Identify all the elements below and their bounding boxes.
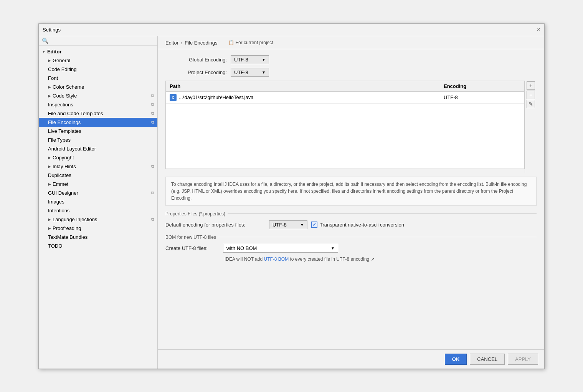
properties-encoding-select[interactable]: UTF-8 ▼: [269, 220, 307, 229]
sidebar-item-live-templates[interactable]: Live Templates: [39, 127, 157, 136]
file-type-icon: C: [170, 94, 177, 101]
copy-icon: ⧉: [151, 120, 154, 125]
cancel-button[interactable]: CANCEL: [470, 354, 505, 365]
sidebar-item-label: File and Code Templates: [48, 111, 103, 116]
breadcrumb-file-encodings: File Encodings: [185, 40, 217, 46]
properties-encoding-row: Default encoding for properties files: U…: [165, 220, 537, 229]
sidebar-item-android-layout-editor[interactable]: Android Layout Editor: [39, 144, 157, 153]
bom-section-header: BOM for new UTF-8 files: [165, 235, 537, 240]
titlebar: Settings ×: [39, 24, 544, 36]
sidebar-search-input[interactable]: [51, 38, 154, 43]
sidebar-item-label: Language Injections: [53, 217, 97, 222]
sidebar: 🔍 ▼ Editor ▶ General Code Editing: [39, 36, 158, 369]
bom-create-label: Create UTF-8 files:: [165, 245, 219, 251]
bom-hint: IDEA will NOT add UTF-8 BOM to every cre…: [225, 256, 537, 262]
sidebar-item-inlay-hints[interactable]: ▶ Inlay Hints ⧉: [39, 162, 157, 171]
sidebar-item-textmate-bundles[interactable]: TextMate Bundles: [39, 233, 157, 241]
sidebar-item-gui-designer[interactable]: GUI Designer ⧉: [39, 189, 157, 197]
sidebar-item-language-injections[interactable]: ▶ Language Injections ⧉: [39, 215, 157, 224]
properties-encoding-label: Default encoding for properties files:: [165, 222, 265, 228]
sidebar-item-file-types[interactable]: File Types: [39, 136, 157, 144]
dropdown-arrow-icon: ▼: [262, 70, 266, 74]
sidebar-item-color-scheme[interactable]: ▶ Color Scheme: [39, 83, 157, 91]
dropdown-arrow-icon: ▼: [300, 223, 304, 227]
table-header: Path Encoding: [166, 81, 524, 92]
dialog-body: 🔍 ▼ Editor ▶ General Code Editing: [39, 36, 544, 369]
sidebar-item-label: Color Scheme: [53, 84, 84, 90]
sidebar-item-copyright[interactable]: ▶ Copyright: [39, 153, 157, 162]
expand-arrow-icon: ▶: [48, 226, 51, 230]
sidebar-item-duplicates[interactable]: Duplicates: [39, 171, 157, 180]
sidebar-item-todo[interactable]: TODO: [39, 241, 157, 250]
sidebar-item-code-editing[interactable]: Code Editing: [39, 65, 157, 74]
project-encoding-select[interactable]: UTF-8 ▼: [231, 68, 269, 77]
ok-button[interactable]: OK: [445, 354, 467, 365]
sidebar-item-label: Code Style: [53, 93, 77, 99]
bom-create-select[interactable]: with NO BOM ▼: [223, 244, 338, 253]
utf8-bom-link[interactable]: UTF-8 BOM: [264, 256, 289, 262]
col-path-header: Path: [170, 83, 444, 89]
sidebar-item-label: TextMate Bundles: [48, 234, 88, 240]
main-header: Editor › File Encodings 📋 For current pr…: [158, 36, 544, 49]
sidebar-item-intentions[interactable]: Intentions: [39, 206, 157, 215]
sidebar-item-inspections[interactable]: Inspections ⧉: [39, 100, 157, 109]
project-encoding-value: UTF-8: [234, 69, 248, 75]
global-encoding-select[interactable]: UTF-8 ▼: [231, 55, 269, 64]
sidebar-item-label: Inspections: [48, 102, 73, 108]
apply-button[interactable]: APPLY: [508, 354, 538, 365]
properties-section: Properties Files (*.properties) Default …: [165, 211, 537, 229]
sidebar-search-wrap[interactable]: 🔍: [39, 36, 157, 46]
dropdown-arrow-icon: ▼: [262, 58, 266, 62]
main-scroll-area: Global Encoding: UTF-8 ▼ Project Encodin…: [158, 49, 544, 349]
sidebar-item-proofreading[interactable]: ▶ Proofreading: [39, 224, 157, 233]
for-current-project: 📋 For current project: [228, 40, 273, 45]
edit-button[interactable]: ✎: [527, 100, 535, 108]
expand-arrow-icon: ▶: [48, 155, 51, 160]
project-icon: 📋: [228, 40, 234, 45]
sidebar-item-label: GUI Designer: [48, 190, 78, 196]
main-content: Editor › File Encodings 📋 For current pr…: [158, 36, 544, 369]
close-button[interactable]: ×: [537, 26, 540, 33]
search-icon: 🔍: [42, 38, 48, 44]
global-encoding-value: UTF-8: [234, 57, 248, 63]
bom-create-row: Create UTF-8 files: with NO BOM ▼: [165, 244, 537, 253]
table-row[interactable]: C ...\day01\src\github\HelloTest.java UT…: [166, 92, 524, 104]
sidebar-item-label: Copyright: [53, 155, 74, 160]
expand-arrow-icon: ▶: [48, 217, 51, 222]
col-encoding-header: Encoding: [444, 83, 520, 89]
sidebar-item-label: Font: [48, 75, 58, 81]
add-button[interactable]: +: [527, 81, 535, 90]
transparent-conversion-row: Transparent native-to-ascii conversion: [311, 222, 404, 228]
sidebar-item-file-and-code-templates[interactable]: File and Code Templates ⧉: [39, 109, 157, 118]
expand-arrow-icon: ▶: [48, 85, 51, 89]
sidebar-item-images[interactable]: Images: [39, 197, 157, 206]
sidebar-item-emmet[interactable]: ▶ Emmet: [39, 180, 157, 189]
project-encoding-label: Project Encoding:: [165, 69, 227, 75]
file-path: ...\day01\src\github\HelloTest.java: [179, 94, 444, 100]
file-encoding: UTF-8: [444, 94, 520, 100]
section-title-properties: Properties Files (*.properties): [165, 211, 225, 217]
bom-section: BOM for new UTF-8 files Create UTF-8 fil…: [165, 235, 537, 262]
global-encoding-row: Global Encoding: UTF-8 ▼: [165, 55, 537, 64]
sidebar-item-file-encodings[interactable]: File Encodings ⧉: [39, 118, 157, 127]
copy-icon: ⧉: [151, 217, 154, 222]
sidebar-tree: ▼ Editor ▶ General Code Editing Font: [39, 46, 157, 369]
copy-icon: ⧉: [151, 102, 154, 107]
sidebar-item-code-style[interactable]: ▶ Code Style ⧉: [39, 91, 157, 100]
breadcrumb: Editor › File Encodings: [165, 40, 218, 46]
expand-arrow-icon: ▶: [48, 58, 51, 63]
transparent-conversion-checkbox[interactable]: [311, 222, 317, 228]
sidebar-item-general[interactable]: ▶ General: [39, 56, 157, 65]
sidebar-item-editor[interactable]: ▼ Editor: [39, 47, 157, 56]
remove-button[interactable]: −: [527, 91, 535, 99]
section-divider: [218, 237, 537, 237]
settings-dialog: Settings × 🔍 ▼ Editor ▶ General: [38, 23, 545, 369]
expand-arrow-icon: ▶: [48, 182, 51, 186]
breadcrumb-editor: Editor: [165, 40, 178, 46]
sidebar-item-font[interactable]: Font: [39, 74, 157, 83]
copy-icon: ⧉: [151, 190, 154, 195]
file-table: Path Encoding C ...\day01\src\github\Hel…: [165, 81, 525, 169]
bom-hint-prefix: IDEA will NOT add: [225, 256, 264, 262]
copy-icon: ⧉: [151, 111, 154, 116]
expand-arrow-icon: ▶: [48, 164, 51, 169]
